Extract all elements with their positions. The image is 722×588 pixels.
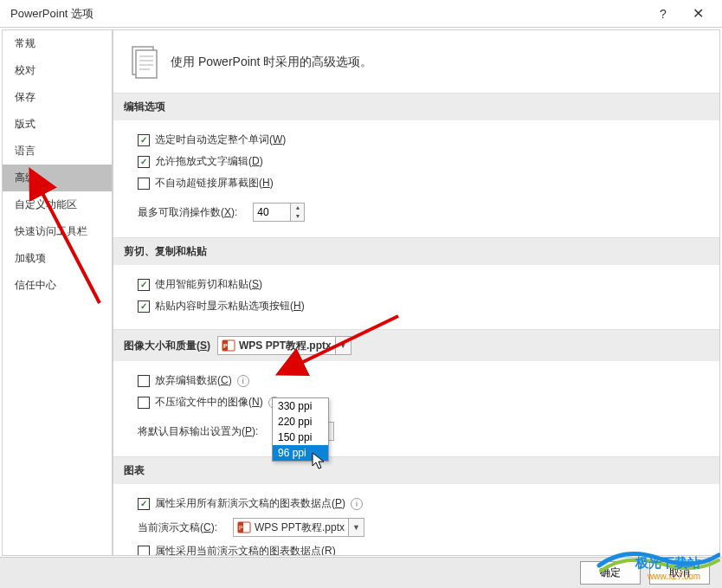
- chevron-down-icon[interactable]: ▼: [335, 337, 351, 354]
- close-button[interactable]: ✕: [680, 5, 715, 22]
- opt-select-whole-word[interactable]: 选定时自动选定整个单词(W): [138, 129, 704, 151]
- sidebar-item-quick-access[interactable]: 快速访问工具栏: [3, 218, 112, 245]
- checkbox-select-whole-word[interactable]: [138, 134, 150, 146]
- section-image: 放弃编辑数据(C) i 不压缩文件中的图像(N) i 将默认目标输出设置为(P)…: [113, 361, 719, 456]
- opt-chart-current-file: 当前演示文稿(C): P WPS PPT教程.pptx ▼: [138, 514, 704, 540]
- section-editing-header: 编辑选项: [113, 93, 719, 120]
- svg-text:www.xz7.com: www.xz7.com: [647, 572, 700, 581]
- opt-default-ppi: 将默认目标输出设置为(P): 220 ppi ▼: [138, 418, 704, 444]
- checkbox-show-paste-options[interactable]: [138, 300, 150, 313]
- ppi-option-330[interactable]: 330 ppi: [273, 398, 328, 414]
- undo-count-spinner[interactable]: ▲▼: [253, 203, 305, 222]
- svg-text:极光下载站: 极光下载站: [635, 555, 700, 570]
- ppi-option-96[interactable]: 96 ppi: [273, 445, 328, 461]
- title-bar: PowerPoint 选项 ? ✕: [0, 0, 722, 28]
- opt-show-paste-options[interactable]: 粘贴内容时显示粘贴选项按钮(H): [138, 295, 704, 317]
- section-chart: 属性采用所有新演示文稿的图表数据点(P) i 当前演示文稿(C): P WPS …: [113, 484, 719, 556]
- options-header-icon: [129, 44, 160, 81]
- sidebar-item-trust-center[interactable]: 信任中心: [3, 272, 112, 299]
- opt-drag-drop-edit[interactable]: 允许拖放式文字编辑(D): [138, 151, 704, 172]
- opt-chart-all-new[interactable]: 属性采用所有新演示文稿的图表数据点(P) i: [138, 493, 704, 514]
- opt-no-compress-images[interactable]: 不压缩文件中的图像(N) i: [138, 391, 704, 413]
- opt-max-undo: 最多可取消操作数(X): ▲▼: [138, 199, 704, 225]
- checkbox-discard-edit-data[interactable]: [138, 375, 150, 387]
- content-header: 使用 PowerPoint 时采用的高级选项。: [113, 30, 719, 93]
- sidebar-item-proofing[interactable]: 校对: [3, 57, 112, 84]
- opt-smart-cut-paste[interactable]: 使用智能剪切和粘贴(S): [138, 274, 704, 295]
- help-button[interactable]: ?: [646, 7, 680, 21]
- ppt-file-icon: P: [222, 339, 235, 352]
- sidebar: 常规 校对 保存 版式 语言 高级 自定义功能区 快速访问工具栏 加载项 信任中…: [2, 29, 113, 556]
- section-editing: 选定时自动选定整个单词(W) 允许拖放式文字编辑(D) 不自动超链接屏幕截图(H…: [113, 120, 719, 237]
- checkbox-smart-cut-paste[interactable]: [138, 279, 150, 291]
- svg-text:P: P: [239, 525, 243, 531]
- info-icon[interactable]: i: [237, 375, 249, 387]
- chart-file-combo[interactable]: P WPS PPT教程.pptx ▼: [233, 518, 364, 537]
- watermark: 极光下载站 www.xz7.com: [590, 548, 720, 586]
- opt-no-auto-hyperlink[interactable]: 不自动超链接屏幕截图(H): [138, 172, 704, 194]
- section-cutpaste-header: 剪切、复制和粘贴: [113, 237, 719, 265]
- checkbox-chart-all-new[interactable]: [138, 498, 150, 510]
- dialog-body: 常规 校对 保存 版式 语言 高级 自定义功能区 快速访问工具栏 加载项 信任中…: [0, 28, 722, 558]
- spinner-down-icon[interactable]: ▼: [291, 212, 304, 221]
- dialog-title: PowerPoint 选项: [10, 6, 646, 22]
- chevron-down-icon[interactable]: ▼: [348, 519, 364, 536]
- spinner-up-icon[interactable]: ▲: [291, 204, 304, 212]
- section-image-header: 图像大小和质量(S) P WPS PPT教程.pptx ▼: [113, 329, 719, 361]
- sidebar-item-general[interactable]: 常规: [3, 30, 112, 57]
- sidebar-item-customize-ribbon[interactable]: 自定义功能区: [3, 191, 112, 218]
- checkbox-chart-current-points[interactable]: [138, 546, 150, 557]
- content-header-text: 使用 PowerPoint 时采用的高级选项。: [171, 55, 372, 70]
- sidebar-item-layout[interactable]: 版式: [3, 111, 112, 138]
- sidebar-item-advanced[interactable]: 高级: [3, 165, 112, 191]
- svg-rect-1: [136, 50, 157, 78]
- section-chart-header: 图表: [113, 456, 719, 484]
- checkbox-no-compress-images[interactable]: [138, 397, 150, 409]
- ppt-file-icon: P: [237, 520, 251, 534]
- info-icon[interactable]: i: [351, 498, 363, 510]
- checkbox-no-auto-hyperlink[interactable]: [138, 178, 150, 190]
- content-panel[interactable]: 使用 PowerPoint 时采用的高级选项。 编辑选项 选定时自动选定整个单词…: [113, 29, 720, 556]
- checkbox-drag-drop[interactable]: [138, 156, 150, 168]
- image-file-combo[interactable]: P WPS PPT教程.pptx ▼: [217, 336, 351, 355]
- sidebar-item-language[interactable]: 语言: [3, 138, 112, 165]
- sidebar-item-addins[interactable]: 加载项: [3, 245, 112, 272]
- ppi-dropdown[interactable]: 330 ppi 220 ppi 150 ppi 96 ppi: [272, 397, 329, 462]
- sidebar-item-save[interactable]: 保存: [3, 84, 112, 111]
- ppi-option-150[interactable]: 150 ppi: [273, 430, 328, 445]
- ppi-option-220[interactable]: 220 ppi: [273, 414, 328, 430]
- undo-count-input[interactable]: [254, 204, 290, 220]
- opt-discard-edit-data[interactable]: 放弃编辑数据(C) i: [138, 370, 704, 391]
- svg-text:P: P: [223, 343, 228, 349]
- section-cutpaste: 使用智能剪切和粘贴(S) 粘贴内容时显示粘贴选项按钮(H): [113, 265, 719, 329]
